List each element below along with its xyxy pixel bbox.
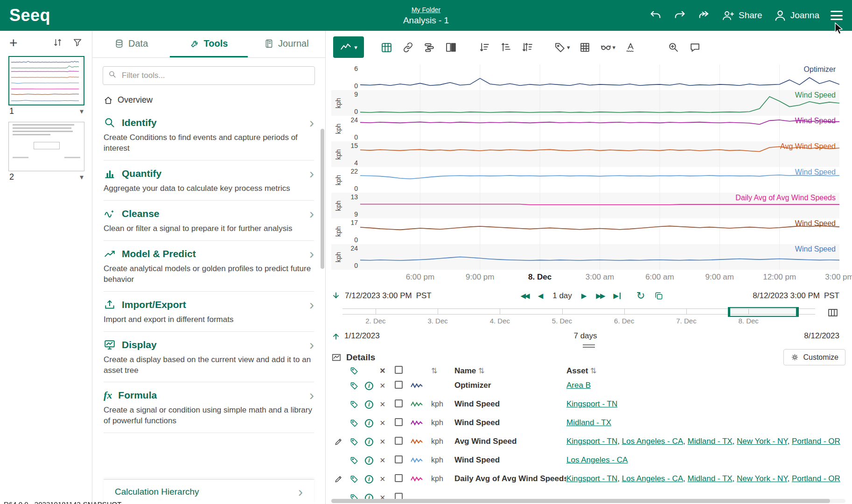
- step-back-button[interactable]: ◀: [538, 292, 544, 300]
- panel-resize-handle[interactable]: [326, 343, 852, 349]
- range-start[interactable]: 7/12/2023 3:00 PM: [345, 291, 412, 301]
- lane-plot[interactable]: Wind Speed: [360, 90, 839, 116]
- asset-link[interactable]: Area B: [566, 381, 591, 390]
- tag-icon[interactable]: [350, 400, 365, 409]
- asset-link[interactable]: Midland - TX: [688, 437, 733, 446]
- row-checkbox[interactable]: [395, 474, 411, 484]
- zoom-in-icon[interactable]: [667, 41, 680, 54]
- asset-link[interactable]: New York - NY: [737, 474, 787, 483]
- share-button[interactable]: Share: [722, 9, 762, 22]
- user-menu[interactable]: Joanna: [774, 9, 819, 22]
- tool-item-identify[interactable]: Identify›Create Conditions to find event…: [104, 110, 314, 161]
- asset-link[interactable]: New York - NY: [737, 437, 787, 446]
- lane-plot[interactable]: Avg Wind Speed: [360, 141, 839, 167]
- row-checkbox[interactable]: [395, 399, 411, 409]
- page1-chevron-down-icon[interactable]: ▾: [80, 107, 84, 116]
- undo-icon[interactable]: [649, 9, 662, 22]
- info-icon[interactable]: i: [365, 456, 380, 465]
- info-icon[interactable]: i: [365, 437, 380, 446]
- series-label[interactable]: Wind Speed: [795, 117, 836, 125]
- sort-pages-icon[interactable]: [53, 37, 64, 49]
- sort-lanes-desc-icon[interactable]: [478, 41, 491, 54]
- tag-icon[interactable]: [350, 437, 365, 446]
- sort-unit-icon[interactable]: ⇅: [431, 366, 454, 375]
- tag-icon[interactable]: [350, 419, 365, 427]
- row-checkbox[interactable]: [395, 381, 411, 391]
- asset-link[interactable]: Midland - TX: [688, 474, 733, 483]
- asset-link[interactable]: Kingsport - TN: [566, 399, 617, 408]
- filter-pages-icon[interactable]: [72, 37, 84, 49]
- tool-item-quantify[interactable]: Quantify›Aggregate your data to calculat…: [104, 161, 314, 201]
- annotate-icon[interactable]: [624, 41, 637, 54]
- overview-start-arrow-icon[interactable]: [331, 331, 341, 341]
- overview-zoom-icon[interactable]: [827, 307, 839, 319]
- tag-icon[interactable]: [350, 456, 365, 465]
- overview-track[interactable]: 2. Dec3. Dec4. Dec5. Dec6. Dec7. Dec8. D…: [342, 308, 815, 315]
- calculation-hierarchy-link[interactable]: Calculation Hierarchy ›: [104, 479, 314, 504]
- lane-plot[interactable]: Optimizer: [360, 64, 839, 90]
- capsule-time-icon[interactable]: [423, 41, 436, 54]
- hamburger-menu-icon[interactable]: [831, 11, 843, 20]
- series-label[interactable]: Wind Speed: [795, 168, 836, 176]
- page1-thumbnail[interactable]: [8, 56, 84, 105]
- tab-journal[interactable]: Journal: [248, 31, 325, 57]
- filter-tools-input[interactable]: [103, 66, 315, 85]
- remove-icon[interactable]: ×: [380, 380, 395, 391]
- tab-tools[interactable]: Tools: [170, 31, 247, 57]
- tool-item-import-export[interactable]: Import/Export›Import and export in diffe…: [104, 292, 314, 332]
- remove-icon[interactable]: ×: [380, 418, 395, 428]
- compare-view-icon[interactable]: [444, 41, 457, 54]
- info-icon[interactable]: i: [365, 475, 380, 483]
- lane-plot[interactable]: Daily Avg of Avg Wind Speeds: [360, 193, 839, 218]
- my-folder-link[interactable]: My Folder: [412, 6, 440, 14]
- customize-button[interactable]: Customize: [783, 349, 845, 365]
- remove-icon[interactable]: ×: [380, 455, 395, 466]
- asset-link[interactable]: Los Angeles - CA: [622, 474, 683, 483]
- grid-icon[interactable]: [579, 41, 592, 54]
- tab-data[interactable]: Data: [92, 31, 170, 57]
- lane-plot[interactable]: Wind Speed: [360, 167, 839, 193]
- series-label[interactable]: Wind Speed: [795, 91, 836, 99]
- details-hscrollbar[interactable]: [331, 499, 845, 503]
- info-icon[interactable]: i: [365, 381, 380, 390]
- row-checkbox[interactable]: [395, 455, 411, 465]
- forward-icon[interactable]: [698, 9, 711, 22]
- series-label[interactable]: Daily Avg of Avg Wind Speeds: [735, 194, 836, 202]
- tag-icon[interactable]: [350, 475, 365, 483]
- view-dropdown[interactable]: ▾: [600, 41, 616, 54]
- page2-thumbnail[interactable]: [8, 122, 84, 171]
- row-checkbox[interactable]: [395, 437, 411, 447]
- tool-item-formula[interactable]: fxFormula›Create a signal or condition u…: [104, 382, 314, 433]
- tool-item-display[interactable]: Display›Create a display based on the cu…: [104, 332, 314, 383]
- tool-item-cleanse[interactable]: Cleanse›Clean or filter a signal to prep…: [104, 201, 314, 241]
- row-checkbox[interactable]: [395, 418, 411, 428]
- sort-name-icon[interactable]: ⇅: [478, 367, 484, 375]
- tool-item-model-predict[interactable]: Model & Predict›Create analytical models…: [104, 241, 314, 292]
- labels-dropdown[interactable]: ▾: [554, 41, 570, 54]
- info-icon[interactable]: i: [365, 400, 380, 409]
- step-back-half-button[interactable]: ◀◀: [521, 292, 529, 300]
- series-label[interactable]: Wind Speed: [795, 219, 836, 228]
- sort-asset-icon[interactable]: ⇅: [590, 367, 596, 375]
- tag-all-icon[interactable]: [350, 366, 365, 375]
- lane-plot[interactable]: Wind Speed: [360, 218, 839, 244]
- remove-icon[interactable]: ×: [380, 399, 395, 410]
- lane-plot[interactable]: Wind Speed: [360, 244, 839, 270]
- tools-scrollbar[interactable]: [321, 129, 324, 269]
- lane-plot[interactable]: Wind Speed: [360, 116, 839, 141]
- page2-chevron-down-icon[interactable]: ▾: [80, 173, 84, 182]
- asset-link[interactable]: Midland - TX: [566, 418, 611, 427]
- remove-icon[interactable]: ×: [380, 436, 395, 447]
- edit-icon[interactable]: [334, 475, 350, 483]
- step-forward-button[interactable]: ▶: [581, 292, 587, 300]
- range-end[interactable]: 8/12/2023 3:00 PM: [753, 291, 820, 301]
- refresh-icon[interactable]: ↻: [636, 291, 645, 301]
- add-page-button[interactable]: +: [9, 38, 18, 48]
- range-start-arrow-icon[interactable]: [331, 291, 341, 301]
- trend-view-button[interactable]: ▾: [333, 36, 364, 58]
- info-icon[interactable]: i: [365, 419, 380, 427]
- edit-icon[interactable]: [334, 437, 350, 446]
- table-view-icon[interactable]: [380, 41, 393, 54]
- asset-link[interactable]: Los Angeles - CA: [566, 455, 628, 464]
- link-icon[interactable]: [401, 41, 414, 54]
